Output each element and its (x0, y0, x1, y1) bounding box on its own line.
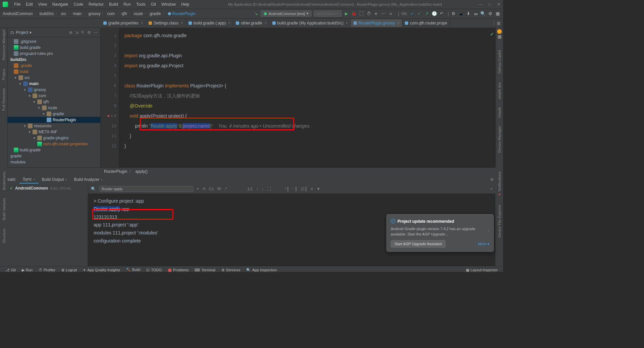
editor-tab-active[interactable]: RouterPlugin.groovy× (351, 19, 402, 27)
minimize-button[interactable]: — (479, 2, 483, 7)
tree-item[interactable]: ▾groovy (8, 87, 100, 93)
project-tree[interactable]: .gitignore build.gradle proguard-rules.p… (8, 37, 100, 167)
tree-item[interactable]: ▾META-INF (8, 129, 100, 135)
tool-detekt[interactable]: detekt doc (497, 82, 501, 99)
close-icon[interactable]: × (228, 21, 230, 25)
crumb[interactable]: main (73, 11, 82, 16)
menu-build[interactable]: Build (107, 1, 120, 7)
tree-item[interactable]: modules (8, 159, 100, 165)
run-config-selector[interactable]: ▣AndroidCommon [test] ▾ (261, 10, 311, 17)
select-all-icon[interactable]: ⛶ (267, 187, 271, 191)
code-area[interactable]: package com.qfh.route.gradle import org.… (119, 28, 495, 167)
gear-icon[interactable]: ⚙ (87, 30, 91, 35)
crumb[interactable]: groovy (88, 11, 100, 16)
tree-item[interactable]: proguard-rules.pro (8, 51, 100, 57)
editor-tab[interactable]: build.gradle (:app)× (186, 19, 233, 27)
build-tab-analyzer[interactable]: Build Analyzer× (70, 176, 106, 183)
profile-icon[interactable]: ⏱ (366, 11, 371, 16)
notification-more-link[interactable]: More ▾ (478, 242, 489, 246)
tree-item[interactable]: ▾resources (8, 123, 100, 129)
tabs-more-icon[interactable]: ⋮ ▦ (489, 21, 503, 25)
bottom-tab-problems[interactable]: ⬤Problems (165, 267, 191, 272)
hide-icon[interactable]: — (94, 30, 98, 35)
tree-item[interactable]: build.gradle (8, 147, 100, 153)
close-icon[interactable]: × (265, 21, 267, 25)
editor-tab[interactable]: other.gradle× (233, 19, 269, 27)
editor-tab[interactable]: com.qfh.router.prope (402, 19, 450, 27)
debug-icon[interactable]: 🐞 (351, 11, 357, 16)
collapse-icon[interactable]: ⇲ (75, 30, 78, 35)
upgrade-assistant-button[interactable]: Start AGP Upgrade Assistant (391, 240, 445, 248)
remove-selection-icon[interactable]: ⁻║ (292, 187, 298, 191)
tree-item[interactable]: build (8, 69, 100, 75)
bottom-tab-todo[interactable]: ☑TODO (144, 267, 164, 272)
bottom-tab-services[interactable]: ⚙Services (219, 267, 243, 272)
close-icon[interactable]: × (101, 178, 103, 182)
add-selection-icon[interactable]: ⁺║ (284, 187, 289, 191)
menu-git[interactable]: Git (149, 1, 158, 7)
bottom-tab-logcat[interactable]: ≣Logcat (59, 267, 79, 272)
tree-item[interactable]: .gitignore (8, 39, 100, 45)
menu-window[interactable]: Window (159, 1, 178, 7)
translate-icon[interactable]: 🝙 (473, 11, 478, 16)
close-button[interactable]: ✕ (497, 2, 500, 7)
close-icon[interactable]: × (33, 178, 35, 181)
bottom-tab-terminal[interactable]: ⌨Terminal (192, 267, 218, 272)
close-icon[interactable]: × (346, 21, 348, 25)
inspection-ok-icon[interactable]: ✔ (490, 29, 494, 39)
tool-bookmarks[interactable]: Bookmarks (2, 171, 6, 190)
tool-device-manager[interactable]: Device Manager (497, 126, 501, 153)
tool-build-variants[interactable]: Build Variants (2, 198, 6, 220)
menu-help[interactable]: Help (179, 1, 192, 7)
words-toggle[interactable]: W (217, 187, 221, 191)
crumb[interactable]: src (61, 11, 66, 16)
crumb[interactable]: com (107, 11, 115, 16)
next-match-icon[interactable]: ↓ (262, 187, 264, 191)
crumb-current[interactable]: RouterPlugin (172, 11, 196, 16)
git-rollback-icon[interactable]: ↶ (439, 11, 444, 16)
close-panel-icon[interactable]: × (490, 187, 493, 191)
crumb[interactable]: route (134, 11, 143, 16)
menu-navigate[interactable]: Navigate (50, 1, 70, 7)
menu-tools[interactable]: Tools (134, 1, 148, 7)
tree-item[interactable]: build.gradle (8, 45, 100, 51)
account-icon[interactable]: ▦ (495, 11, 500, 16)
expand-icon[interactable]: ⇱ (81, 30, 85, 35)
code-editor[interactable]: 12345678 ●↑9 101112 package com.qfh.rout… (101, 28, 495, 167)
git-commit-icon[interactable]: ✓ (417, 11, 422, 16)
maximize-button[interactable]: □ (489, 2, 491, 7)
search-everywhere-icon[interactable]: 🔍 (480, 11, 486, 16)
menu-edit[interactable]: Edit (24, 1, 35, 7)
crumb[interactable]: qfh (121, 11, 127, 16)
tool-pull-requests[interactable]: Pull Requests (2, 88, 6, 111)
coverage-icon[interactable]: ⛶ (359, 11, 364, 16)
stop-icon[interactable]: ■ (388, 11, 393, 16)
match-case-toggle[interactable]: Cc (209, 187, 214, 191)
ext-icon[interactable]: ⚙ (451, 11, 456, 16)
avd-icon[interactable]: 📱 (458, 11, 464, 16)
settings-icon[interactable]: ⚙ (488, 11, 493, 16)
tool-structure[interactable]: Structure (2, 228, 6, 243)
run-icon[interactable]: ▶ (344, 11, 349, 16)
menu-file[interactable]: File (12, 1, 22, 7)
build-tab-sync[interactable]: Sync× (19, 176, 39, 184)
regex-toggle[interactable]: .* (224, 187, 227, 191)
tree-item[interactable]: .gradle (8, 63, 100, 69)
menu-view[interactable]: View (36, 1, 49, 7)
history-icon[interactable]: ⟲ (202, 187, 206, 191)
tool-device-file-explorer[interactable]: Device File Explorer (497, 205, 501, 237)
menu-code[interactable]: Code (71, 1, 85, 7)
menu-refactor[interactable]: Refactor (87, 1, 106, 7)
tree-item[interactable]: ▾src (8, 75, 100, 81)
git-history-icon[interactable]: 🕐 (432, 11, 437, 16)
close-icon[interactable]: × (141, 21, 143, 25)
device-selector[interactable]: No Devices ▾ (314, 10, 342, 17)
tree-item[interactable]: ▾route (8, 105, 100, 111)
crumb[interactable]: AndroidCommon (3, 11, 33, 16)
tree-item[interactable]: ▾com (8, 93, 100, 99)
more-run-icon[interactable]: ⋯ (381, 11, 386, 16)
editor-tab[interactable]: gradle.properties× (101, 19, 146, 27)
git-update-icon[interactable]: ✓ (410, 11, 415, 16)
tree-item-selected[interactable]: RouterPlugin (8, 117, 100, 123)
tree-item[interactable]: ▾gradle (8, 111, 100, 117)
